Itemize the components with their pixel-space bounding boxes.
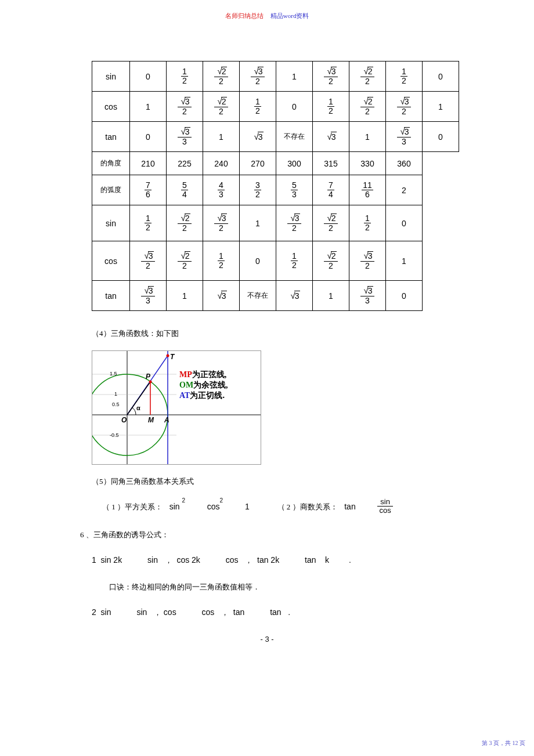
cell: 3 bbox=[203, 281, 240, 311]
cell: 116 bbox=[349, 175, 386, 205]
cell: 32 bbox=[240, 175, 276, 205]
cell: 12 bbox=[349, 205, 386, 241]
cell: 22 bbox=[313, 241, 349, 281]
cell: 1 bbox=[349, 122, 386, 152]
row-header: 的弧度 bbox=[92, 175, 130, 205]
cell: 270 bbox=[240, 152, 276, 175]
cell: 0 bbox=[423, 122, 459, 152]
cell: 32 bbox=[349, 241, 386, 281]
cell: 32 bbox=[276, 205, 313, 241]
rel1-label: （ 1 ）平方关系： bbox=[102, 502, 163, 511]
svg-text:AT为正切线.: AT为正切线. bbox=[179, 391, 225, 400]
row-header: sin bbox=[92, 205, 130, 241]
table-row: tan 0 33 1 3 不存在 3 1 33 0 bbox=[92, 122, 459, 152]
cell: 12 bbox=[130, 205, 167, 241]
cell: 1 bbox=[276, 62, 313, 92]
cell: 360 bbox=[386, 152, 423, 175]
cell: 0 bbox=[386, 205, 423, 241]
cell: 12 bbox=[276, 241, 313, 281]
cell: 33 bbox=[349, 281, 386, 311]
figure-svg: T P O M A α 1.51 0.5-0.5 MP为正弦线, OM为余弦线,… bbox=[92, 351, 261, 464]
cell: 1 bbox=[386, 241, 423, 281]
cell: 3 bbox=[240, 122, 276, 152]
cell: 32 bbox=[313, 62, 349, 92]
rel2-label: （ 2 ）商数关系： bbox=[277, 502, 338, 511]
cell: 22 bbox=[203, 62, 240, 92]
cell: 1 bbox=[313, 281, 349, 311]
cell: 54 bbox=[167, 175, 203, 205]
cell: 0 bbox=[276, 92, 313, 122]
cell: 22 bbox=[349, 92, 386, 122]
cell: 32 bbox=[240, 62, 276, 92]
cell: 33 bbox=[130, 281, 167, 311]
cell: 300 bbox=[276, 152, 313, 175]
cell: 53 bbox=[276, 175, 313, 205]
svg-point-10 bbox=[149, 381, 152, 384]
koujue-1: 口诀：终边相同的角的同一三角函数值相等． bbox=[109, 582, 463, 592]
page-number: - 3 - bbox=[0, 635, 534, 643]
svg-text:1.5: 1.5 bbox=[110, 371, 117, 377]
svg-text:P: P bbox=[146, 372, 151, 381]
cell: 不存在 bbox=[276, 122, 313, 152]
row-header: sin bbox=[92, 62, 130, 92]
row-header: tan bbox=[92, 281, 130, 311]
cell: 32 bbox=[386, 92, 423, 122]
table-row: tan 33 1 3 不存在 3 1 33 0 bbox=[92, 281, 459, 311]
cell: 33 bbox=[167, 122, 203, 152]
cell: 315 bbox=[313, 152, 349, 175]
cell: 1 bbox=[167, 281, 203, 311]
table-row: 的角度 210 225 240 270 300 315 330 360 bbox=[92, 152, 459, 175]
cell: 74 bbox=[313, 175, 349, 205]
frac-sin-cos: sin cos bbox=[377, 498, 392, 515]
cell: 12 bbox=[167, 62, 203, 92]
page: 名师归纳总结 精品word资料 sin 0 12 22 32 1 32 22 1… bbox=[0, 0, 534, 756]
svg-text:0.5: 0.5 bbox=[112, 401, 120, 407]
cell: 3 bbox=[313, 122, 349, 152]
svg-text:OM为余弦线,: OM为余弦线, bbox=[179, 380, 228, 389]
svg-text:A: A bbox=[164, 416, 169, 424]
trig-table-1: sin 0 12 22 32 1 32 22 12 0 cos 1 32 22 … bbox=[92, 61, 459, 311]
cell: 76 bbox=[130, 175, 167, 205]
cell: 不存在 bbox=[240, 281, 276, 311]
cell: 12 bbox=[203, 241, 240, 281]
induction-formula-2: 2 sin sin ， cos cos ， tan tan . bbox=[92, 604, 463, 620]
table-row: sin 12 22 32 1 32 22 12 0 bbox=[92, 205, 459, 241]
cell: 0 bbox=[130, 62, 167, 92]
cell: 210 bbox=[130, 152, 167, 175]
cell: 1 bbox=[130, 92, 167, 122]
cell: 43 bbox=[203, 175, 240, 205]
cell: 32 bbox=[130, 241, 167, 281]
svg-text:M: M bbox=[148, 416, 154, 424]
cell: 12 bbox=[240, 92, 276, 122]
row-header: 的角度 bbox=[92, 152, 130, 175]
cell: 1 bbox=[203, 122, 240, 152]
table-row: cos 32 22 12 0 12 22 32 1 bbox=[92, 241, 459, 281]
cell: 330 bbox=[349, 152, 386, 175]
cell: 0 bbox=[423, 62, 459, 92]
cell: 22 bbox=[167, 205, 203, 241]
svg-text:MP为正弦线,: MP为正弦线, bbox=[179, 370, 226, 379]
table-row: cos 1 32 22 12 0 12 22 32 1 bbox=[92, 92, 459, 122]
cell: 12 bbox=[313, 92, 349, 122]
svg-text:-0.5: -0.5 bbox=[110, 432, 119, 438]
section-5-title: （5）同角三角函数基本关系式 bbox=[92, 476, 463, 487]
cell: 3 bbox=[276, 281, 313, 311]
cell: 22 bbox=[203, 92, 240, 122]
cell: 33 bbox=[386, 122, 423, 152]
svg-text:O: O bbox=[121, 416, 127, 424]
cell: 22 bbox=[167, 241, 203, 281]
cell: 0 bbox=[240, 241, 276, 281]
cell: 32 bbox=[167, 92, 203, 122]
content: sin 0 12 22 32 1 32 22 12 0 cos 1 32 22 … bbox=[92, 61, 463, 620]
trig-lines-figure: T P O M A α 1.51 0.5-0.5 MP为正弦线, OM为余弦线,… bbox=[92, 350, 261, 465]
cell: 240 bbox=[203, 152, 240, 175]
header-left: 名师归纳总结 bbox=[225, 12, 264, 19]
cell: 22 bbox=[349, 62, 386, 92]
svg-point-11 bbox=[167, 355, 169, 357]
section-4-title: （4）三角函数线：如下图 bbox=[92, 328, 463, 339]
table-row: 的弧度 76 54 43 32 53 74 116 2 bbox=[92, 175, 459, 205]
cell: 32 bbox=[203, 205, 240, 241]
cell: 12 bbox=[386, 62, 423, 92]
cell: 0 bbox=[130, 122, 167, 152]
page-footer: 第 3 页，共 12 页 bbox=[482, 739, 525, 747]
